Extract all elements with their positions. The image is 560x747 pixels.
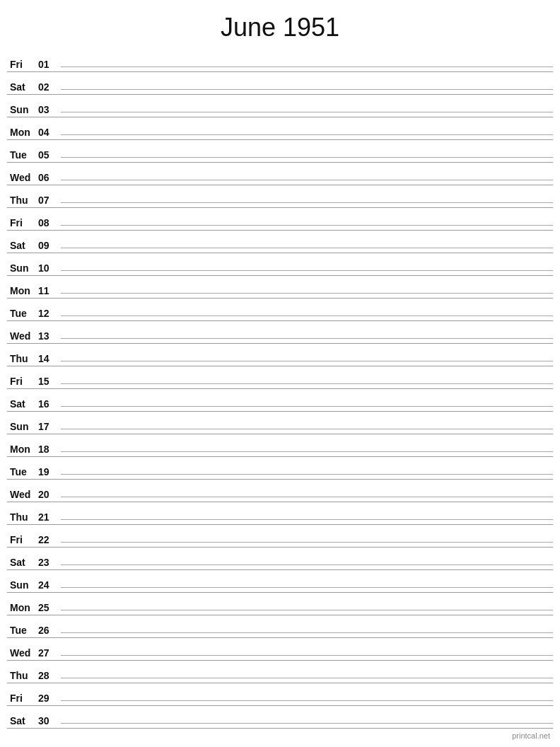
day-line (61, 293, 553, 294)
day-name: Wed (7, 330, 38, 342)
day-name: Thu (7, 670, 38, 681)
calendar-row: Wed13 (7, 321, 553, 344)
day-number: 10 (38, 262, 58, 274)
calendar-row: Sat30 (7, 706, 553, 729)
day-line (61, 225, 553, 226)
day-line (61, 89, 553, 90)
day-number: 23 (38, 557, 58, 568)
calendar-row: Wed20 (7, 480, 553, 502)
day-line (61, 519, 553, 520)
day-number: 08 (38, 217, 58, 228)
day-number: 25 (38, 602, 58, 613)
day-line (61, 610, 553, 610)
day-name: Fri (7, 217, 38, 228)
day-number: 21 (38, 511, 58, 523)
day-name: Sun (7, 262, 38, 274)
day-name: Sat (7, 398, 38, 410)
day-number: 27 (38, 647, 58, 659)
calendar-row: Fri22 (7, 525, 553, 548)
day-name: Mon (7, 444, 38, 455)
day-name: Sun (7, 104, 38, 115)
calendar-row: Wed06 (7, 163, 553, 185)
day-number: 15 (38, 376, 58, 387)
day-number: 18 (38, 444, 58, 455)
day-number: 02 (38, 81, 58, 93)
day-number: 26 (38, 625, 58, 636)
day-number: 22 (38, 534, 58, 545)
calendar-row: Tue19 (7, 457, 553, 480)
day-line (61, 632, 553, 633)
day-line (61, 723, 553, 724)
day-name: Mon (7, 602, 38, 613)
day-name: Fri (7, 376, 38, 387)
day-number: 20 (38, 489, 58, 500)
day-name: Tue (7, 149, 38, 161)
calendar-row: Mon25 (7, 593, 553, 615)
day-line (61, 112, 553, 112)
day-line (61, 202, 553, 203)
calendar-row: Tue12 (7, 299, 553, 321)
day-name: Mon (7, 127, 38, 138)
day-number: 19 (38, 466, 58, 477)
calendar-grid: Fri01Sat02Sun03Mon04Tue05Wed06Thu07Fri08… (0, 50, 560, 729)
day-line (61, 315, 553, 316)
calendar-row: Tue05 (7, 140, 553, 163)
day-name: Sat (7, 557, 38, 568)
day-number: 06 (38, 172, 58, 183)
day-number: 28 (38, 670, 58, 681)
day-line (61, 361, 553, 361)
day-number: 11 (38, 285, 58, 296)
day-line (61, 451, 553, 452)
day-line (61, 338, 553, 339)
day-number: 12 (38, 308, 58, 319)
calendar-row: Fri08 (7, 208, 553, 231)
calendar-row: Fri01 (7, 50, 553, 72)
day-number: 30 (38, 715, 58, 726)
day-number: 16 (38, 398, 58, 410)
calendar-row: Sat23 (7, 548, 553, 570)
calendar-row: Fri15 (7, 366, 553, 389)
calendar-row: Mon04 (7, 117, 553, 140)
calendar-row: Thu07 (7, 185, 553, 208)
calendar-row: Sun17 (7, 412, 553, 434)
day-line (61, 474, 553, 475)
day-line (61, 248, 553, 248)
day-number: 29 (38, 693, 58, 704)
day-line (61, 587, 553, 588)
day-line (61, 542, 553, 543)
calendar-row: Sat09 (7, 231, 553, 253)
day-line (61, 429, 553, 429)
day-name: Sat (7, 240, 38, 251)
day-name: Tue (7, 466, 38, 477)
day-line (61, 180, 553, 180)
day-number: 14 (38, 353, 58, 364)
day-line (61, 497, 553, 497)
day-line (61, 134, 553, 135)
calendar-row: Wed27 (7, 638, 553, 661)
day-line (61, 66, 553, 67)
day-number: 07 (38, 195, 58, 206)
day-number: 24 (38, 579, 58, 591)
calendar-row: Thu14 (7, 344, 553, 366)
day-name: Sat (7, 81, 38, 93)
day-name: Fri (7, 534, 38, 545)
day-name: Sun (7, 579, 38, 591)
day-name: Thu (7, 511, 38, 523)
day-number: 13 (38, 330, 58, 342)
day-name: Thu (7, 195, 38, 206)
day-name: Sat (7, 715, 38, 726)
day-line (61, 700, 553, 701)
calendar-row: Sun10 (7, 253, 553, 276)
calendar-row: Fri29 (7, 683, 553, 706)
day-line (61, 270, 553, 271)
day-line (61, 655, 553, 656)
calendar-row: Sat16 (7, 389, 553, 412)
calendar-row: Tue26 (7, 615, 553, 638)
calendar-row: Mon18 (7, 434, 553, 457)
day-name: Sun (7, 421, 38, 432)
day-line (61, 157, 553, 158)
day-number: 17 (38, 421, 58, 432)
calendar-row: Thu28 (7, 661, 553, 683)
day-name: Thu (7, 353, 38, 364)
calendar-row: Sun24 (7, 570, 553, 593)
